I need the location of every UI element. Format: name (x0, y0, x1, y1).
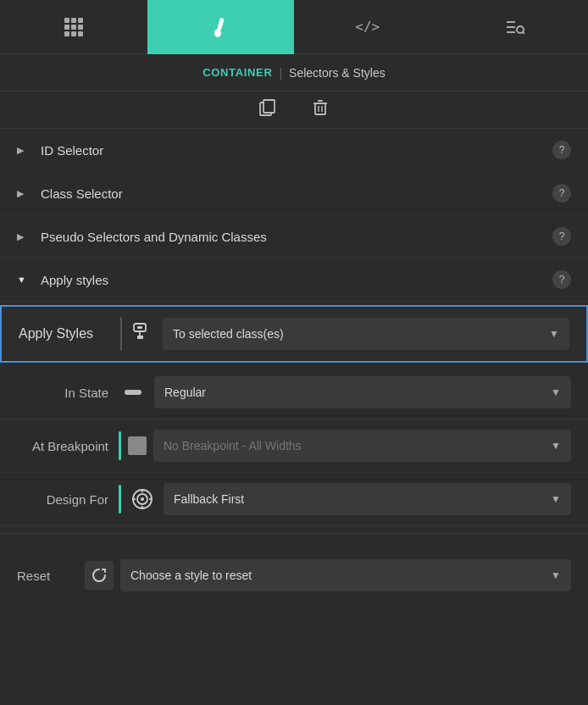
apply-styles-dropdown-label: To selected class(es) (173, 327, 549, 341)
reset-label: Reset (17, 569, 85, 583)
section-divider (0, 533, 588, 534)
design-for-dropdown[interactable]: Fallback First ▼ (164, 483, 571, 515)
svg-point-21 (141, 497, 144, 501)
at-breakpoint-dropdown-label: No Breakpoint - All Widths (164, 439, 551, 452)
svg-line-6 (523, 32, 524, 34)
at-breakpoint-label: At Breakpoint (17, 439, 119, 453)
svg-rect-15 (137, 326, 142, 329)
design-for-label: Design For (17, 492, 119, 507)
at-breakpoint-dropdown[interactable]: No Breakpoint - All Widths ▼ (153, 430, 571, 462)
reset-dropdown[interactable]: Choose a style to reset ▼ (120, 559, 571, 591)
style-editor-button[interactable] (147, 0, 295, 54)
pseudo-selector-arrow: ▶ (17, 231, 31, 242)
svg-point-5 (517, 26, 524, 33)
in-state-dropdown[interactable]: Regular ▼ (154, 376, 571, 408)
svg-rect-18 (125, 390, 141, 395)
apply-styles-dropdown[interactable]: To selected class(es) ▼ (163, 318, 569, 350)
apply-styles-label: Apply Styles (19, 326, 120, 341)
in-state-dropdown-label: Regular (164, 386, 551, 399)
target-icon (130, 487, 154, 511)
in-state-row: In State Regular ▼ (0, 366, 588, 419)
id-selector-arrow: ▶ (17, 145, 31, 156)
reset-dropdown-arrow: ▼ (551, 569, 561, 581)
apply-styles-accordion-left: ▼ Apply styles (17, 273, 108, 287)
id-selector-label: ID Selector (41, 143, 103, 158)
search-button[interactable] (441, 0, 589, 54)
breadcrumb-section: Selectors & Styles (289, 66, 386, 80)
in-state-label: In State (17, 386, 119, 400)
search-list-icon (504, 17, 524, 37)
design-for-row: Design For Fallback First ▼ (0, 473, 588, 526)
vertical-divider (120, 317, 122, 351)
copy-button[interactable] (252, 95, 284, 125)
apply-styles-accordion-row[interactable]: ▼ Apply styles ? (0, 258, 588, 302)
grid-icon (64, 18, 83, 36)
apply-styles-section: Apply Styles To selected class(es) ▼ (0, 305, 588, 363)
breakpoint-green-bar (119, 431, 121, 460)
reset-button[interactable] (85, 561, 114, 590)
apply-styles-dropdown-arrow: ▼ (549, 328, 559, 340)
apply-styles-arrow: ▼ (17, 275, 31, 285)
svg-rect-0 (218, 17, 225, 30)
pseudo-selector-help[interactable]: ? (552, 227, 571, 246)
code-view-button[interactable]: </> (294, 0, 441, 54)
at-breakpoint-row: At Breakpoint No Breakpoint - All Widths… (0, 419, 588, 473)
icon-toolbar (0, 92, 588, 129)
reset-dropdown-label: Choose a style to reset (130, 569, 551, 582)
state-icon (119, 378, 147, 407)
state-shape-icon (124, 385, 142, 400)
design-for-dropdown-label: Fallback First (174, 492, 551, 506)
breadcrumb-container: CONTAINER (202, 66, 272, 79)
reset-icon (91, 567, 108, 584)
svg-point-1 (214, 29, 221, 37)
grid-view-button[interactable] (0, 0, 147, 54)
design-for-icon (128, 485, 157, 513)
svg-rect-17 (137, 336, 143, 339)
breadcrumb: CONTAINER | Selectors & Styles (0, 54, 588, 92)
svg-rect-9 (315, 103, 325, 114)
copy-icon (258, 98, 277, 117)
pseudo-selector-row[interactable]: ▶ Pseudo Selectors and Dynamic Classes ? (0, 215, 588, 258)
svg-rect-8 (263, 100, 275, 113)
design-for-green-bar (119, 485, 121, 513)
design-for-dropdown-arrow: ▼ (551, 493, 561, 505)
class-selector-label: Class Selector (41, 186, 123, 201)
paint-roller-icon (130, 320, 153, 342)
apply-styles-accordion-label: Apply styles (41, 273, 108, 287)
breadcrumb-separator: | (279, 66, 282, 80)
delete-button[interactable] (304, 95, 336, 125)
id-selector-left: ▶ ID Selector (17, 143, 103, 158)
trash-icon (311, 98, 330, 117)
reset-row: Reset Choose a style to reset ▼ (0, 547, 588, 603)
class-selector-arrow: ▶ (17, 188, 31, 199)
apply-styles-row: Apply Styles To selected class(es) ▼ (2, 307, 586, 361)
in-state-dropdown-arrow: ▼ (551, 386, 561, 398)
at-breakpoint-dropdown-arrow: ▼ (551, 440, 561, 452)
id-selector-help[interactable]: ? (552, 141, 571, 159)
id-selector-row[interactable]: ▶ ID Selector ? (0, 129, 588, 172)
class-selector-left: ▶ Class Selector (17, 186, 123, 201)
paint-icon-wrap (130, 320, 153, 347)
class-selector-help[interactable]: ? (552, 184, 571, 203)
paintbrush-icon (209, 16, 231, 38)
breakpoint-swatch (128, 436, 147, 455)
class-selector-row[interactable]: ▶ Class Selector ? (0, 172, 588, 215)
pseudo-selector-left: ▶ Pseudo Selectors and Dynamic Classes (17, 230, 267, 244)
top-toolbar: </> (0, 0, 588, 54)
pseudo-selector-label: Pseudo Selectors and Dynamic Classes (41, 230, 267, 244)
apply-styles-help[interactable]: ? (552, 270, 571, 289)
code-icon: </> (355, 19, 380, 35)
